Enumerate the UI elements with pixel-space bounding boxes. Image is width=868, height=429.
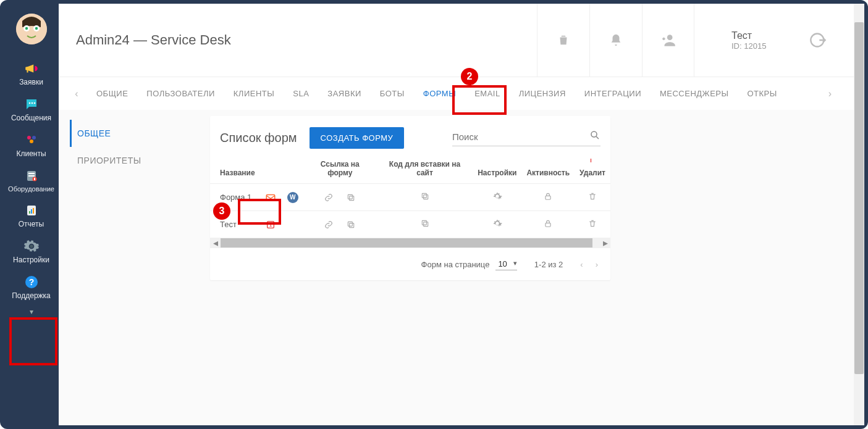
create-form-button[interactable]: СОЗДАТЬ ФОРМУ — [310, 127, 405, 149]
sidebar-item-label: Настройки — [13, 256, 49, 264]
user-name: Тест — [731, 30, 775, 41]
tab-clients[interactable]: КЛИЕНТЫ — [224, 77, 284, 110]
per-page-select[interactable]: 10 — [495, 258, 516, 270]
topbar: Admin24 — Service Desk Тест ID: 12015 — [59, 4, 854, 77]
tab-sla[interactable]: SLA — [284, 77, 318, 110]
svg-rect-26 — [266, 194, 275, 200]
copy-icon[interactable] — [345, 192, 356, 203]
sidebar-item-equipment[interactable]: Оборудование — [7, 163, 56, 198]
trash-button[interactable] — [537, 4, 589, 77]
pager-range: 1-2 из 2 — [534, 260, 563, 269]
tab-bots[interactable]: БОТЫ — [371, 77, 414, 110]
pager-next[interactable]: › — [596, 260, 598, 269]
equipment-icon — [23, 168, 40, 184]
vk-channel-icon[interactable]: W — [287, 192, 298, 203]
help-icon: ? — [23, 274, 40, 290]
mail-channel-icon[interactable] — [265, 192, 276, 203]
col-embed: Код для вставки на сайт — [377, 155, 473, 184]
pager: Форм на странице 10 1-2 из 2 ‹ › — [210, 248, 610, 280]
svg-rect-15 — [34, 178, 35, 180]
b1-channel-icon[interactable]: 1 — [265, 219, 276, 230]
sidebar-item-label: Оборудование — [8, 185, 54, 193]
svg-point-25 — [591, 131, 597, 137]
svg-point-9 — [32, 136, 36, 140]
chat-icon — [23, 96, 40, 112]
row-lock-icon[interactable] — [544, 193, 552, 202]
tab-requests[interactable]: ЗАЯВКИ — [318, 77, 371, 110]
forms-card: Список форм СОЗДАТЬ ФОРМУ ı Название Ссы… — [210, 116, 610, 280]
logout-button[interactable] — [799, 31, 836, 49]
subnav-priorities[interactable]: ПРИОРИТЕТЫ — [70, 147, 210, 174]
sidebar-item-label: Отчеты — [19, 220, 44, 228]
subnav: ОБЩЕЕ ПРИОРИТЕТЫ — [59, 116, 210, 280]
sidebar-item-requests[interactable]: Заявки — [7, 56, 56, 91]
row-settings-icon[interactable] — [492, 221, 502, 230]
col-link: Ссылка на форму — [303, 155, 377, 184]
tab-integrations[interactable]: ИНТЕГРАЦИИ — [575, 77, 651, 110]
main-content: Admin24 — Service Desk Тест ID: 12015 ‹ — [59, 4, 854, 425]
sidebar-item-messages[interactable]: Сообщения — [7, 91, 56, 127]
notifications-button[interactable] — [589, 4, 642, 77]
search-input[interactable] — [452, 131, 589, 142]
avatar[interactable] — [16, 14, 47, 44]
svg-rect-29 — [423, 195, 428, 199]
link-icon[interactable] — [323, 219, 334, 230]
subnav-general[interactable]: ОБЩЕЕ — [70, 120, 210, 147]
table-hscroll[interactable]: ◂▸ — [210, 238, 610, 248]
svg-rect-36 — [423, 222, 428, 227]
tabs-scroll-left[interactable]: ‹ — [66, 88, 87, 99]
sidebar-item-clients[interactable]: Клиенты — [7, 127, 56, 163]
gear-icon — [23, 238, 40, 254]
sidebar-item-label: Поддержка — [12, 291, 51, 300]
tab-open[interactable]: ОТКРЫ — [738, 77, 786, 110]
row-settings-icon[interactable] — [492, 194, 502, 203]
svg-rect-28 — [348, 194, 353, 199]
svg-rect-30 — [422, 193, 426, 198]
svg-rect-34 — [350, 223, 354, 227]
pager-prev[interactable]: ‹ — [580, 260, 583, 269]
table-row[interactable]: Форма 1 W — [210, 184, 610, 211]
link-icon[interactable] — [323, 192, 334, 203]
row-delete-icon[interactable] — [588, 220, 597, 230]
app-title: Admin24 — Service Desk — [76, 32, 231, 48]
svg-point-4 — [35, 27, 37, 30]
table-row[interactable]: Тест 1 — [210, 211, 610, 238]
clients-icon — [23, 132, 40, 148]
sidebar-item-label: Заявки — [19, 78, 43, 86]
search-icon[interactable] — [589, 130, 600, 143]
svg-point-7 — [33, 102, 35, 104]
svg-rect-27 — [350, 196, 354, 200]
tabs-scroll-right[interactable]: › — [824, 77, 836, 110]
copy-embed-icon[interactable] — [421, 193, 429, 202]
copy-embed-icon[interactable] — [421, 220, 429, 230]
add-user-button[interactable] — [642, 4, 694, 77]
sidebar-item-support[interactable]: ? Поддержка — [7, 269, 56, 305]
row-delete-icon[interactable] — [588, 193, 597, 202]
tab-messengers[interactable]: МЕССЕНДЖЕРЫ — [651, 77, 738, 110]
vertical-scrollbar[interactable] — [854, 4, 864, 425]
svg-rect-31 — [546, 196, 550, 199]
svg-point-6 — [31, 102, 33, 104]
tab-license[interactable]: ЛИЦЕНЗИЯ — [510, 77, 575, 110]
svg-point-3 — [25, 27, 27, 30]
svg-text:1: 1 — [269, 222, 272, 227]
svg-rect-17 — [29, 211, 30, 214]
sidebar-item-settings[interactable]: Настройки — [7, 233, 56, 269]
tab-general[interactable]: ОБЩИЕ — [87, 77, 137, 110]
col-channels — [260, 155, 303, 184]
user-block: Тест ID: 12015 — [694, 30, 799, 51]
sidebar-item-reports[interactable]: Отчеты — [7, 198, 56, 233]
svg-rect-18 — [31, 209, 32, 214]
svg-point-5 — [28, 102, 30, 104]
col-settings: Настройки — [473, 155, 521, 184]
forms-title: Список форм — [220, 131, 297, 145]
svg-rect-35 — [348, 222, 353, 226]
tab-users[interactable]: ПОЛЬЗОВАТЕЛИ — [137, 77, 224, 110]
svg-rect-13 — [28, 175, 35, 177]
row-lock-icon[interactable] — [544, 220, 552, 230]
copy-icon[interactable] — [345, 219, 356, 230]
tab-forms[interactable]: ФОРМЫ — [414, 77, 465, 110]
tabs-row: ‹ ОБЩИЕ ПОЛЬЗОВАТЕЛИ КЛИЕНТЫ SLA ЗАЯВКИ … — [59, 77, 854, 110]
svg-point-10 — [30, 140, 33, 143]
annotation-badge-2: 2 — [461, 68, 478, 85]
